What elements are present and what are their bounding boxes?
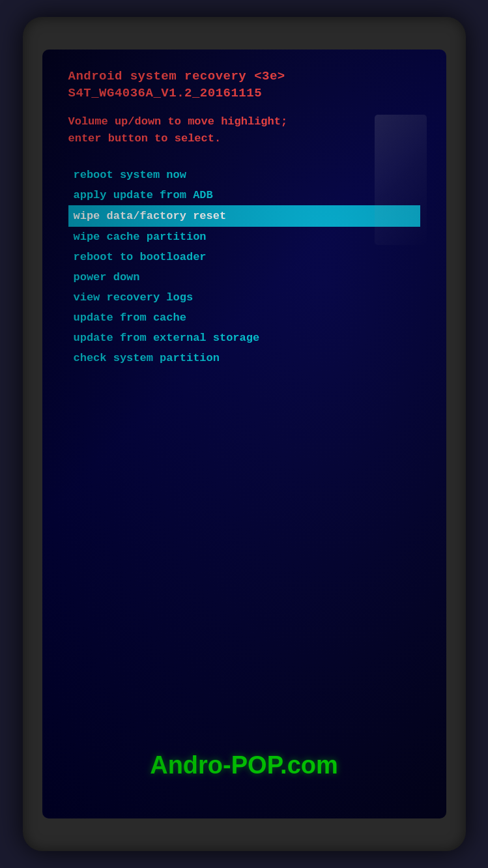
menu-item-reboot-system[interactable]: reboot system now xyxy=(68,165,420,185)
device-screen: Android system recovery <3e> S4T_WG4036A… xyxy=(42,50,446,818)
menu-item-wipe-cache[interactable]: wipe cache partition xyxy=(68,227,420,247)
menu-item-wipe-data[interactable]: wipe data/factory reset xyxy=(68,205,420,227)
recovery-menu: reboot system nowapply update from ADBwi… xyxy=(68,165,420,368)
menu-item-check-system-partition[interactable]: check system partition xyxy=(68,348,420,368)
menu-item-update-from-cache[interactable]: update from cache xyxy=(68,308,420,328)
menu-item-power-down[interactable]: power down xyxy=(68,267,420,287)
recovery-instructions: Volume up/down to move highlight; enter … xyxy=(68,113,420,147)
watermark-text: Andro-POP.com xyxy=(42,751,446,779)
phone-frame: Android system recovery <3e> S4T_WG4036A… xyxy=(23,17,466,851)
menu-item-update-from-external[interactable]: update from external storage xyxy=(68,328,420,348)
recovery-header-version: S4T_WG4036A_V1.2_20161115 xyxy=(68,86,420,100)
menu-item-view-recovery-logs[interactable]: view recovery logs xyxy=(68,287,420,308)
menu-item-reboot-bootloader[interactable]: reboot to bootloader xyxy=(68,247,420,267)
recovery-header-title: Android system recovery <3e> xyxy=(68,69,420,83)
instructions-line1: Volume up/down to move highlight; xyxy=(68,113,420,130)
instructions-line2: enter button to select. xyxy=(68,130,420,147)
menu-item-apply-update-adb[interactable]: apply update from ADB xyxy=(68,185,420,205)
